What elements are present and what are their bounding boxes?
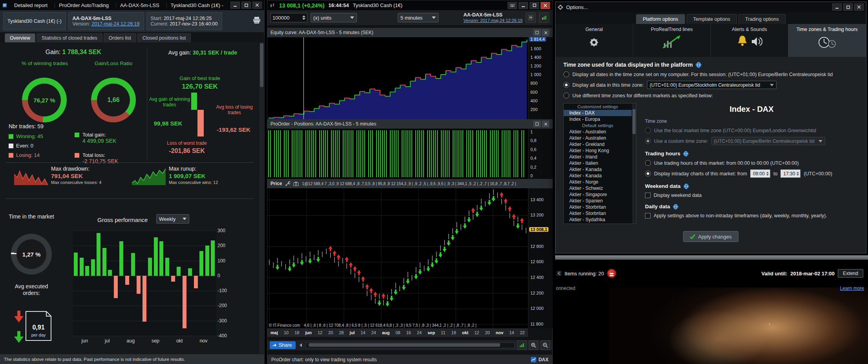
market-list-item[interactable]: Aktier - Schweiz [564, 185, 632, 191]
markets-list[interactable]: Customized settingsIndex - DAXIndex - Eu… [563, 103, 636, 224]
spin-down-icon[interactable] [302, 18, 305, 20]
camera-icon[interactable] [293, 182, 299, 186]
radio-local-market-tz[interactable] [645, 127, 651, 133]
market-list-item[interactable]: Aktier - Kanada [564, 173, 632, 179]
scroll-left-button[interactable] [298, 342, 303, 348]
minimize-icon[interactable] [832, 4, 842, 11]
chart-settings-icon[interactable] [539, 13, 549, 23]
market-list-item[interactable]: Aktier - Hong Kong [564, 147, 632, 154]
tab-trading-options[interactable]: Trading options [738, 14, 786, 24]
month-label: sep [152, 338, 159, 344]
spin-up-icon[interactable] [797, 172, 799, 173]
tab-prorealtrend-lines[interactable]: ProRealTrend lines [633, 24, 711, 57]
daily-data-checkbox[interactable] [645, 213, 651, 218]
market-list-item[interactable]: Aktier - Spanien [564, 198, 632, 204]
timeframe-dropdown[interactable]: 5 minutes [398, 13, 439, 22]
report-scroll-thumb[interactable] [260, 43, 263, 87]
tab-overview[interactable]: Overview [5, 33, 35, 42]
chart-scrollbar[interactable] [306, 342, 515, 348]
maximize-icon[interactable] [530, 2, 539, 9]
units-dropdown[interactable]: (x) units [311, 13, 357, 22]
learn-more-link[interactable]: Learn more [840, 286, 864, 291]
gross-performance-period-dropdown[interactable]: Weekly [156, 214, 189, 224]
from-time-stepper[interactable]: 09:00 [750, 169, 770, 178]
report-scrollbar[interactable] [259, 42, 264, 354]
tab-statistics[interactable]: Statistics of closed trades [37, 33, 102, 42]
market-list-item[interactable]: Aktier - Australien [564, 129, 632, 135]
y-tick-label: 0 [217, 273, 232, 278]
share-button[interactable]: Share [270, 341, 296, 349]
tab-alerts-sounds[interactable]: Alerts & Sounds [711, 24, 789, 57]
position-bar [386, 130, 387, 177]
extend-button[interactable]: Extend [838, 269, 863, 278]
spin-up-icon[interactable] [302, 15, 305, 17]
instrument-box[interactable]: Tyskland30 Cash (1€) (-) [3, 12, 66, 30]
market-list-item[interactable]: Aktier - Grekland [564, 141, 632, 147]
close-panel-icon[interactable] [542, 29, 549, 36]
utc-label: (UTC+00:00) [804, 171, 832, 177]
minimize-icon[interactable] [519, 2, 528, 9]
chart-version-link[interactable]: 2017-maj-24 12:26:19 [480, 18, 523, 23]
collapse-icon[interactable] [557, 271, 561, 276]
radio-intraday-hours[interactable] [645, 171, 651, 177]
popout-icon[interactable] [534, 121, 541, 127]
chart-scroll-thumb[interactable] [309, 343, 500, 347]
maximize-icon[interactable] [843, 4, 853, 11]
print-button[interactable] [252, 16, 261, 26]
market-list-item[interactable]: Aktier - Australien [564, 135, 632, 141]
gain-loss-ratio-donut: 1,66 [91, 78, 136, 122]
chart-titlebar[interactable]: 13 008,1 (+0,24%) 16:44:54 Tyskland30 Ca… [267, 0, 552, 11]
radio-this-timezone[interactable] [563, 82, 569, 88]
market-list-item[interactable]: Aktier - Norge [564, 179, 632, 185]
tab-closed-positions[interactable]: Closed positions list [137, 33, 191, 42]
market-list-item[interactable]: Aktier - Storbritan [564, 210, 632, 217]
radio-per-market-timezone[interactable] [563, 93, 569, 98]
custom-tz-dropdown[interactable]: (UTC+01:00) Europe/Berlin Centraleuropei… [711, 137, 825, 145]
quantity-stepper[interactable]: 100000 [270, 13, 307, 22]
spin-up-icon[interactable] [766, 172, 769, 173]
market-list-item[interactable]: Aktier - Kanada [564, 166, 632, 173]
position-bar [298, 130, 298, 177]
markets-scroll-thumb[interactable] [632, 109, 636, 134]
report-titlebar[interactable]: Detailed report ProOrder AutoTrading AA-… [0, 0, 264, 11]
market-list-item[interactable]: Index - DAX [564, 110, 632, 116]
markets-list-scrollbar[interactable] [632, 104, 636, 224]
spin-down-icon[interactable] [766, 174, 769, 176]
close-panel-icon[interactable] [542, 121, 549, 127]
popout-icon[interactable] [534, 29, 541, 36]
close-icon[interactable] [541, 2, 550, 9]
auto-scale-icon[interactable] [517, 340, 526, 350]
market-list-item[interactable]: Aktier - Sydafrika [564, 217, 632, 223]
options-titlebar[interactable]: Options... [556, 2, 866, 13]
market-list-item[interactable]: Aktier - Singapore [564, 191, 632, 198]
radio-market-hours[interactable] [645, 160, 651, 166]
market-list-item[interactable]: Aktier - Irland [564, 154, 632, 160]
market-list-item[interactable]: Aktier - Italien [564, 160, 632, 166]
close-icon[interactable] [854, 4, 864, 11]
tab-template-options[interactable]: Template options [687, 14, 737, 24]
wrench-icon[interactable] [285, 181, 290, 186]
radio-computer-timezone[interactable] [563, 71, 569, 77]
zoom-in-icon[interactable] [529, 340, 538, 350]
tab-orders-list[interactable]: Orders list [104, 33, 136, 42]
close-icon[interactable] [252, 2, 262, 9]
order-book-icon[interactable] [526, 13, 536, 23]
keyboard-icon[interactable] [508, 2, 517, 9]
timezone-dropdown[interactable]: (UTC+01:00) Europe/Stockholm Centraleuro… [647, 81, 777, 89]
tab-general[interactable]: General [556, 24, 633, 57]
tab-platform-options[interactable]: Platform options [636, 14, 685, 24]
radio-custom-tz[interactable] [645, 138, 651, 144]
screen: Detailed report ProOrder AutoTrading AA-… [0, 0, 868, 364]
zoom-out-icon[interactable] [541, 340, 550, 350]
weekend-data-checkbox[interactable] [645, 193, 651, 198]
spin-down-icon[interactable] [797, 174, 799, 176]
market-list-item[interactable]: Index - Europa [564, 116, 632, 122]
minimize-icon[interactable] [230, 2, 240, 9]
apply-changes-button[interactable]: Apply changes [683, 231, 738, 242]
proorder-badge-icon[interactable] [607, 269, 616, 278]
market-list-item[interactable]: Aktier - Storbritan [564, 204, 632, 210]
maximize-icon[interactable] [241, 2, 251, 9]
tab-time-zones[interactable]: Time zones & Trading hours [788, 24, 866, 57]
to-time-stepper[interactable]: 17:30 [780, 169, 800, 178]
version-link[interactable]: 2017-maj-24 12:26:19 [91, 21, 139, 27]
